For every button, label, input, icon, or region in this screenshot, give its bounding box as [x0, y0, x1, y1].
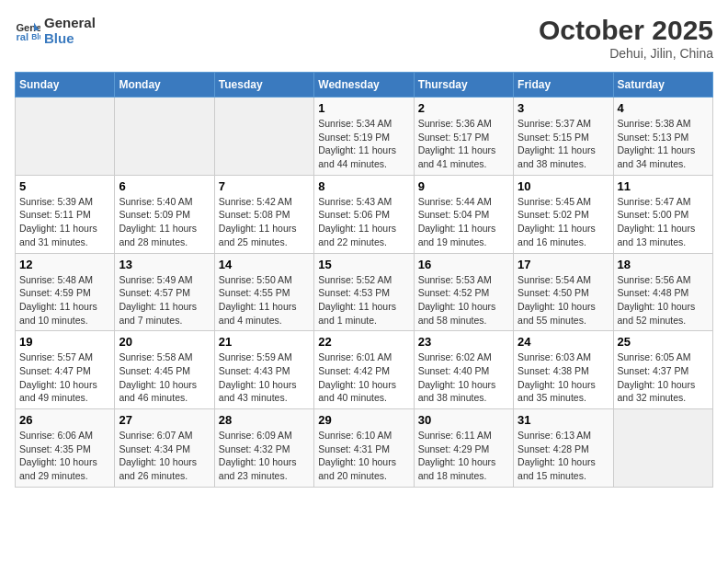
day-number: 8	[318, 179, 409, 193]
page-header: Gene ral Blue General Blue October 2025 …	[15, 15, 713, 61]
day-info: Sunrise: 6:06 AMSunset: 4:35 PMDaylight:…	[19, 429, 110, 483]
calendar-cell: 24Sunrise: 6:03 AMSunset: 4:38 PMDayligh…	[514, 331, 613, 409]
calendar-header: SundayMondayTuesdayWednesdayThursdayFrid…	[16, 73, 713, 98]
svg-text:ral: ral	[16, 31, 28, 42]
logo-general: General	[44, 15, 96, 30]
calendar-cell: 21Sunrise: 5:59 AMSunset: 4:43 PMDayligh…	[214, 331, 313, 409]
day-number: 18	[618, 258, 709, 271]
logo-icon: Gene ral Blue	[15, 17, 40, 43]
day-number: 30	[418, 413, 509, 427]
calendar-cell: 22Sunrise: 6:01 AMSunset: 4:42 PMDayligh…	[314, 331, 414, 409]
day-number: 11	[618, 179, 709, 193]
day-number: 7	[219, 179, 310, 193]
calendar-table: SundayMondayTuesdayWednesdayThursdayFrid…	[15, 72, 713, 488]
calendar-cell: 17Sunrise: 5:54 AMSunset: 4:50 PMDayligh…	[514, 253, 613, 331]
day-info: Sunrise: 6:13 AMSunset: 4:28 PMDaylight:…	[518, 429, 609, 483]
day-info: Sunrise: 5:39 AMSunset: 5:11 PMDaylight:…	[19, 195, 110, 249]
calendar-cell: 15Sunrise: 5:52 AMSunset: 4:53 PMDayligh…	[314, 253, 414, 331]
location: Dehui, Jilin, China	[539, 46, 713, 61]
day-number: 24	[518, 335, 609, 349]
calendar-cell: 2Sunrise: 5:36 AMSunset: 5:17 PMDaylight…	[414, 98, 513, 176]
day-info: Sunrise: 6:10 AMSunset: 4:31 PMDaylight:…	[318, 429, 409, 483]
calendar-cell: 28Sunrise: 6:09 AMSunset: 4:32 PMDayligh…	[214, 409, 313, 488]
day-number: 3	[518, 101, 609, 115]
day-info: Sunrise: 6:02 AMSunset: 4:40 PMDaylight:…	[418, 350, 509, 405]
day-number: 2	[418, 101, 509, 115]
calendar-cell: 18Sunrise: 5:56 AMSunset: 4:48 PMDayligh…	[613, 253, 712, 331]
title-block: October 2025 Dehui, Jilin, China	[539, 15, 713, 61]
calendar-cell: 12Sunrise: 5:48 AMSunset: 4:59 PMDayligh…	[16, 253, 115, 331]
calendar-cell: 19Sunrise: 5:57 AMSunset: 4:47 PMDayligh…	[16, 331, 115, 409]
day-info: Sunrise: 5:59 AMSunset: 4:43 PMDaylight:…	[219, 350, 310, 405]
calendar-cell	[115, 98, 214, 176]
weekday-header-saturday: Saturday	[613, 73, 712, 98]
day-info: Sunrise: 5:57 AMSunset: 4:47 PMDaylight:…	[19, 350, 110, 405]
day-number: 29	[318, 413, 409, 427]
day-number: 25	[618, 335, 709, 349]
logo: Gene ral Blue General Blue	[15, 15, 96, 47]
day-info: Sunrise: 5:34 AMSunset: 5:19 PMDaylight:…	[318, 117, 409, 171]
calendar-cell: 30Sunrise: 6:11 AMSunset: 4:29 PMDayligh…	[414, 409, 513, 488]
day-number: 19	[19, 335, 110, 349]
day-number: 13	[119, 258, 210, 271]
day-info: Sunrise: 5:40 AMSunset: 5:09 PMDaylight:…	[119, 195, 210, 249]
calendar-week-1: 1Sunrise: 5:34 AMSunset: 5:19 PMDaylight…	[16, 98, 713, 176]
weekday-row: SundayMondayTuesdayWednesdayThursdayFrid…	[16, 73, 713, 98]
calendar-cell: 4Sunrise: 5:38 AMSunset: 5:13 PMDaylight…	[613, 98, 712, 176]
day-number: 20	[119, 335, 210, 349]
calendar-body: 1Sunrise: 5:34 AMSunset: 5:19 PMDaylight…	[16, 98, 713, 488]
calendar-cell: 8Sunrise: 5:43 AMSunset: 5:06 PMDaylight…	[314, 175, 414, 253]
weekday-header-wednesday: Wednesday	[314, 73, 414, 98]
day-info: Sunrise: 5:37 AMSunset: 5:15 PMDaylight:…	[518, 117, 609, 171]
day-info: Sunrise: 6:07 AMSunset: 4:34 PMDaylight:…	[119, 429, 210, 483]
day-number: 14	[219, 258, 310, 271]
day-info: Sunrise: 5:44 AMSunset: 5:04 PMDaylight:…	[418, 195, 509, 249]
calendar-cell: 1Sunrise: 5:34 AMSunset: 5:19 PMDaylight…	[314, 98, 414, 176]
day-info: Sunrise: 5:38 AMSunset: 5:13 PMDaylight:…	[618, 117, 709, 171]
calendar-cell: 14Sunrise: 5:50 AMSunset: 4:55 PMDayligh…	[214, 253, 313, 331]
day-number: 28	[219, 413, 310, 427]
day-number: 31	[518, 413, 609, 427]
day-info: Sunrise: 5:49 AMSunset: 4:57 PMDaylight:…	[119, 273, 210, 327]
calendar-cell: 6Sunrise: 5:40 AMSunset: 5:09 PMDaylight…	[115, 175, 214, 253]
day-number: 26	[19, 413, 110, 427]
calendar-cell: 10Sunrise: 5:45 AMSunset: 5:02 PMDayligh…	[514, 175, 613, 253]
day-info: Sunrise: 6:05 AMSunset: 4:37 PMDaylight:…	[618, 350, 709, 405]
calendar-week-4: 19Sunrise: 5:57 AMSunset: 4:47 PMDayligh…	[16, 331, 713, 409]
day-number: 4	[618, 101, 709, 115]
day-number: 16	[418, 258, 509, 271]
calendar-cell: 11Sunrise: 5:47 AMSunset: 5:00 PMDayligh…	[613, 175, 712, 253]
day-number: 5	[19, 179, 110, 193]
day-info: Sunrise: 5:47 AMSunset: 5:00 PMDaylight:…	[618, 195, 709, 249]
month-title: October 2025	[539, 15, 713, 46]
svg-text:Blue: Blue	[31, 32, 40, 41]
day-number: 21	[219, 335, 310, 349]
day-info: Sunrise: 5:43 AMSunset: 5:06 PMDaylight:…	[318, 195, 409, 249]
weekday-header-tuesday: Tuesday	[214, 73, 313, 98]
day-number: 17	[518, 258, 609, 271]
day-number: 22	[318, 335, 409, 349]
calendar-cell: 16Sunrise: 5:53 AMSunset: 4:52 PMDayligh…	[414, 253, 513, 331]
calendar-cell: 25Sunrise: 6:05 AMSunset: 4:37 PMDayligh…	[613, 331, 712, 409]
calendar-cell: 27Sunrise: 6:07 AMSunset: 4:34 PMDayligh…	[115, 409, 214, 488]
day-number: 9	[418, 179, 509, 193]
day-number: 15	[318, 258, 409, 271]
day-info: Sunrise: 5:54 AMSunset: 4:50 PMDaylight:…	[518, 273, 609, 327]
day-number: 12	[19, 258, 110, 271]
weekday-header-thursday: Thursday	[414, 73, 513, 98]
day-info: Sunrise: 5:36 AMSunset: 5:17 PMDaylight:…	[418, 117, 509, 171]
day-info: Sunrise: 5:50 AMSunset: 4:55 PMDaylight:…	[219, 273, 310, 327]
day-info: Sunrise: 5:48 AMSunset: 4:59 PMDaylight:…	[19, 273, 110, 327]
day-number: 23	[418, 335, 509, 349]
day-info: Sunrise: 6:01 AMSunset: 4:42 PMDaylight:…	[318, 350, 409, 405]
weekday-header-monday: Monday	[115, 73, 214, 98]
calendar-cell: 23Sunrise: 6:02 AMSunset: 4:40 PMDayligh…	[414, 331, 513, 409]
calendar-cell: 26Sunrise: 6:06 AMSunset: 4:35 PMDayligh…	[16, 409, 115, 488]
day-info: Sunrise: 6:09 AMSunset: 4:32 PMDaylight:…	[219, 429, 310, 483]
day-info: Sunrise: 5:45 AMSunset: 5:02 PMDaylight:…	[518, 195, 609, 249]
day-number: 10	[518, 179, 609, 193]
calendar-cell: 5Sunrise: 5:39 AMSunset: 5:11 PMDaylight…	[16, 175, 115, 253]
calendar-week-5: 26Sunrise: 6:06 AMSunset: 4:35 PMDayligh…	[16, 409, 713, 488]
calendar-cell: 3Sunrise: 5:37 AMSunset: 5:15 PMDaylight…	[514, 98, 613, 176]
calendar-week-2: 5Sunrise: 5:39 AMSunset: 5:11 PMDaylight…	[16, 175, 713, 253]
